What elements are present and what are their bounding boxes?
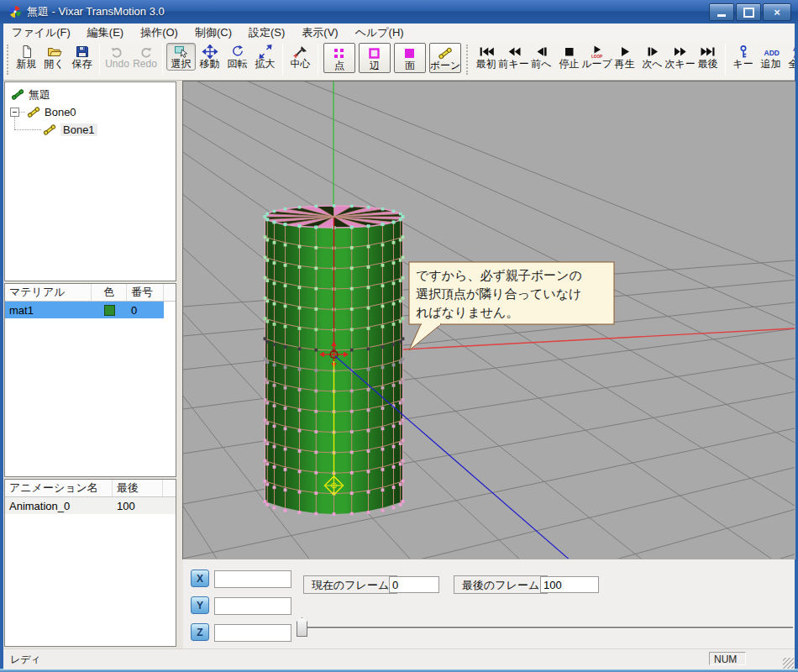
toolbar-button-label: 中心: [291, 59, 311, 70]
toolbar-button-label: 追加: [761, 59, 781, 70]
toolbar-button-edge-square[interactable]: 辺: [359, 43, 391, 73]
menu-item-3[interactable]: 制御(C): [186, 23, 240, 43]
toolbar-button-select-cursor[interactable]: 選択: [166, 43, 196, 71]
tree-item-label: Bone0: [45, 106, 76, 118]
num-lock-indicator: NUM: [709, 652, 746, 665]
toolbar-button-label: 辺: [370, 60, 380, 71]
balloon-text-line: 選択頂点が隣り合っていなけ: [416, 286, 581, 301]
bone-yellow-icon: [26, 106, 41, 118]
toolbar-button-step-back[interactable]: 前へ: [528, 43, 555, 70]
toolbar-button-skip-end[interactable]: 最後: [694, 43, 722, 70]
menu-item-2[interactable]: 操作(O): [132, 23, 186, 43]
material-row[interactable]: mat1 0: [5, 302, 164, 318]
menu-item-0[interactable]: ファイル(F): [3, 23, 79, 43]
column-header-number[interactable]: 番号: [127, 284, 164, 301]
viewport-canvas[interactable]: ですから、必ず親子ボーンの 選択頂点が隣り合っていなけ ればなりません。: [183, 81, 795, 559]
tree-item-bone1[interactable]: Bone1: [42, 122, 97, 138]
bone-green-icon: [10, 88, 25, 101]
close-button[interactable]: ×: [763, 3, 791, 21]
animation-last-frame: 100: [113, 497, 163, 514]
toolbar-button-move-arrows[interactable]: 移動: [196, 43, 223, 70]
y-axis-button[interactable]: Y: [191, 596, 209, 614]
toolbar-button-label: 次キー: [664, 59, 695, 70]
toolbar-separator: [282, 44, 283, 76]
animation-list-panel: アニメーション名 最後 Animation_0 100: [4, 479, 176, 647]
viewport-3d: ですから、必ず親子ボーンの 選択頂点が隣り合っていなけ ればなりません。: [182, 81, 795, 559]
toolbar-button-rotate-arrow[interactable]: 回転: [223, 43, 251, 70]
maximize-button[interactable]: [736, 3, 761, 21]
toolbar-button-skip-start[interactable]: 最初: [472, 43, 500, 70]
menu-item-4[interactable]: 設定(S): [240, 23, 293, 43]
toolbar-button-label: 保存: [72, 59, 92, 70]
toolbar-button-label: 全追: [789, 59, 795, 70]
tree-item-root[interactable]: 無題: [10, 87, 50, 102]
animation-row[interactable]: Animation_0 100: [5, 497, 176, 514]
toolbar-button-step-forward[interactable]: 次へ: [638, 43, 666, 70]
toolbar-button-label: 拡大: [255, 59, 276, 70]
frame-slider-track[interactable]: [301, 627, 793, 629]
tree-item-bone0[interactable]: Bone0: [26, 104, 76, 120]
maximize-icon: [743, 8, 754, 18]
material-number: 0: [127, 302, 164, 318]
toolbar-button-new-document[interactable]: 新規: [13, 43, 40, 70]
toolbar-button-undo-arrow[interactable]: Undo: [103, 43, 131, 70]
column-header-material[interactable]: マテリアル: [5, 284, 92, 301]
material-list-panel: マテリアル 色 番号 mat1 0: [4, 283, 176, 477]
toolbar-button-add[interactable]: ADD追加: [757, 43, 785, 70]
title-bar[interactable]: 無題 - Vixar TransMotion 3.0 ×: [0, 0, 798, 24]
toolbar-button-center-dart[interactable]: 中心: [286, 43, 314, 70]
y-coordinate-input[interactable]: [214, 597, 291, 615]
svg-text:ADD: ADD: [764, 48, 779, 56]
toolbar-button-label: 移動: [200, 59, 220, 70]
toolbar-button-vertex-points[interactable]: 点: [323, 43, 355, 73]
bone-icon: [437, 45, 454, 60]
x-axis-button[interactable]: X: [191, 570, 209, 587]
new-document-icon: [18, 44, 35, 59]
toolbar-button-save-floppy[interactable]: 保存: [68, 43, 96, 70]
toolbar-button-bone[interactable]: ボーン: [429, 43, 461, 73]
toolbar-button-scale-arrows[interactable]: 拡大: [251, 43, 279, 70]
toolbar-button-open-folder[interactable]: 開く: [40, 43, 68, 70]
toolbar-button-label: キー: [732, 59, 753, 70]
current-frame-input[interactable]: [389, 576, 439, 593]
frame-slider-thumb[interactable]: [297, 617, 307, 637]
last-frame-input[interactable]: [540, 576, 599, 593]
menu-item-1[interactable]: 編集(E): [79, 23, 132, 43]
status-message: レディ: [10, 653, 41, 667]
column-header-animation-name[interactable]: アニメーション名: [5, 480, 113, 496]
toolbar-button-label: 選択: [171, 59, 192, 70]
toolbar-button-redo-arrow[interactable]: Redo: [131, 43, 159, 70]
menu-item-6[interactable]: ヘルプ(H): [347, 23, 412, 43]
tree-connector: [19, 112, 25, 113]
vertex-points-icon: [331, 45, 348, 60]
toolbar-button-add-all[interactable]: ADDALL全追: [785, 43, 795, 70]
add-icon: ADD: [763, 44, 780, 59]
add-all-icon: ADDALL: [790, 44, 795, 59]
toolbar-button-stop[interactable]: 停止: [555, 43, 583, 70]
toolbar-button-prev-key[interactable]: 前キー: [500, 43, 528, 70]
tree-connector: [14, 129, 41, 130]
menu-item-5[interactable]: 表示(V): [293, 23, 346, 43]
toolbar-button-label: 面: [405, 60, 415, 71]
resize-grip[interactable]: [783, 658, 794, 669]
x-coordinate-input[interactable]: [214, 570, 291, 588]
minimize-button[interactable]: [709, 3, 734, 21]
toolbar-button-face-square[interactable]: 面: [394, 43, 426, 73]
toolbar-button-label: ボーン: [430, 60, 461, 71]
window-border-left: [0, 24, 3, 669]
toolbar-button-loop-play[interactable]: LOOPループ: [583, 43, 611, 70]
z-axis-button[interactable]: Z: [191, 623, 209, 641]
toolbar-button-label: Undo: [105, 59, 129, 70]
z-coordinate-input[interactable]: [214, 624, 291, 642]
toolbar-button-label: 点: [334, 60, 344, 71]
tree-expander[interactable]: [10, 108, 19, 117]
column-header-color[interactable]: 色: [92, 284, 127, 301]
column-header-last[interactable]: 最後: [113, 480, 163, 496]
svg-text:ADD: ADD: [793, 46, 795, 52]
bone-tree-panel: 無題 Bone0 Bone1: [4, 81, 176, 281]
toolbar-button-next-key[interactable]: 次キー: [666, 43, 694, 70]
toolbar-button-label: 開く: [44, 59, 64, 70]
face-square-icon: [402, 45, 418, 60]
toolbar-button-key[interactable]: キー: [729, 43, 757, 70]
toolbar-button-play[interactable]: 再生: [611, 43, 638, 70]
